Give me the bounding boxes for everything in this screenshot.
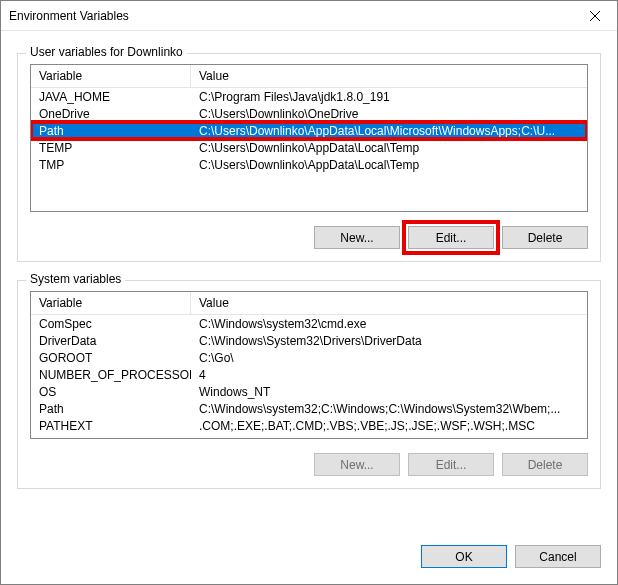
cell-variable: OneDrive <box>31 107 191 121</box>
column-variable[interactable]: Variable <box>31 65 191 87</box>
cell-variable: GOROOT <box>31 351 191 365</box>
column-value[interactable]: Value <box>191 65 587 87</box>
user-var-row[interactable]: TMP C:\Users\Downlinko\AppData\Local\Tem… <box>31 156 587 173</box>
user-edit-button[interactable]: Edit... <box>408 226 494 249</box>
system-new-button[interactable]: New... <box>314 453 400 476</box>
system-var-row[interactable]: GOROOT C:\Go\ <box>31 349 587 366</box>
system-delete-button[interactable]: Delete <box>502 453 588 476</box>
user-var-row[interactable]: JAVA_HOME C:\Program Files\Java\jdk1.8.0… <box>31 88 587 105</box>
system-var-row[interactable]: Path C:\Windows\system32;C:\Windows;C:\W… <box>31 400 587 417</box>
list-header: Variable Value <box>31 65 587 88</box>
cell-value: C:\Windows\system32;C:\Windows;C:\Window… <box>191 402 587 416</box>
user-var-row-selected[interactable]: Path C:\Users\Downlinko\AppData\Local\Mi… <box>31 122 587 139</box>
dialog-footer: OK Cancel <box>1 531 617 584</box>
user-buttons-row: New... Edit... Delete <box>30 226 588 249</box>
system-var-row[interactable]: ComSpec C:\Windows\system32\cmd.exe <box>31 315 587 332</box>
cell-variable: NUMBER_OF_PROCESSORS <box>31 368 191 382</box>
cell-variable: TMP <box>31 158 191 172</box>
cell-variable: ComSpec <box>31 317 191 331</box>
cell-value: C:\Go\ <box>191 351 587 365</box>
environment-variables-dialog: Environment Variables User variables for… <box>0 0 618 585</box>
system-edit-button[interactable]: Edit... <box>408 453 494 476</box>
cell-variable: PATHEXT <box>31 419 191 433</box>
dialog-body: User variables for Downlinko Variable Va… <box>1 31 617 531</box>
column-variable[interactable]: Variable <box>31 292 191 314</box>
cancel-button[interactable]: Cancel <box>515 545 601 568</box>
user-delete-button[interactable]: Delete <box>502 226 588 249</box>
cell-value: .COM;.EXE;.BAT;.CMD;.VBS;.VBE;.JS;.JSE;.… <box>191 419 587 433</box>
cell-value: C:\Program Files\Java\jdk1.8.0_191 <box>191 90 587 104</box>
cell-variable: TEMP <box>31 141 191 155</box>
cell-value: C:\Users\Downlinko\AppData\Local\Temp <box>191 141 587 155</box>
close-icon <box>590 11 600 21</box>
dialog-title: Environment Variables <box>9 9 572 23</box>
system-var-row[interactable]: NUMBER_OF_PROCESSORS 4 <box>31 366 587 383</box>
column-value[interactable]: Value <box>191 292 587 314</box>
system-var-row[interactable]: DriverData C:\Windows\System32\Drivers\D… <box>31 332 587 349</box>
system-var-row[interactable]: OS Windows_NT <box>31 383 587 400</box>
cell-variable: OS <box>31 385 191 399</box>
close-button[interactable] <box>572 1 617 30</box>
system-buttons-row: New... Edit... Delete <box>30 453 588 476</box>
cell-variable: DriverData <box>31 334 191 348</box>
system-variables-list[interactable]: Variable Value ComSpec C:\Windows\system… <box>30 291 588 439</box>
cell-value: 4 <box>191 368 587 382</box>
cell-variable: Path <box>31 402 191 416</box>
cell-variable: Path <box>31 124 191 138</box>
system-group-label: System variables <box>26 272 125 286</box>
cell-value: C:\Windows\system32\cmd.exe <box>191 317 587 331</box>
user-variables-group: User variables for Downlinko Variable Va… <box>17 53 601 262</box>
ok-button[interactable]: OK <box>421 545 507 568</box>
user-var-row[interactable]: TEMP C:\Users\Downlinko\AppData\Local\Te… <box>31 139 587 156</box>
cell-value: C:\Users\Downlinko\AppData\Local\Microso… <box>191 124 587 138</box>
titlebar: Environment Variables <box>1 1 617 31</box>
user-group-label: User variables for Downlinko <box>26 45 187 59</box>
list-header: Variable Value <box>31 292 587 315</box>
user-new-button[interactable]: New... <box>314 226 400 249</box>
cell-variable: JAVA_HOME <box>31 90 191 104</box>
cell-value: C:\Users\Downlinko\OneDrive <box>191 107 587 121</box>
cell-value: Windows_NT <box>191 385 587 399</box>
cell-value: C:\Windows\System32\Drivers\DriverData <box>191 334 587 348</box>
cell-value: C:\Users\Downlinko\AppData\Local\Temp <box>191 158 587 172</box>
system-variables-group: System variables Variable Value ComSpec … <box>17 280 601 489</box>
user-var-row[interactable]: OneDrive C:\Users\Downlinko\OneDrive <box>31 105 587 122</box>
user-variables-list[interactable]: Variable Value JAVA_HOME C:\Program File… <box>30 64 588 212</box>
system-var-row[interactable]: PATHEXT .COM;.EXE;.BAT;.CMD;.VBS;.VBE;.J… <box>31 417 587 434</box>
